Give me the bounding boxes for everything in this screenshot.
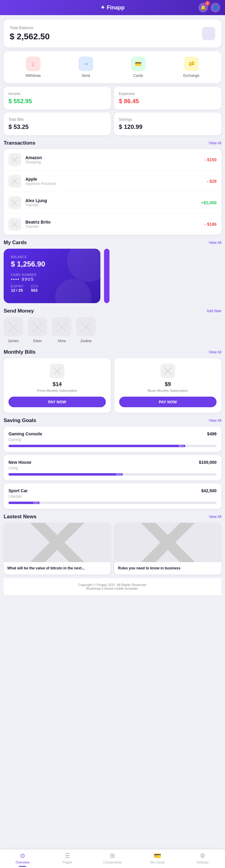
latest-news-section: Lastest News View All What will be the v…: [4, 514, 221, 575]
transaction-item: Apple Appstore Purchase - $29: [4, 170, 221, 192]
news-image-2: [114, 523, 221, 562]
balance-icon-box: [202, 27, 215, 40]
apple-name: Apple: [25, 177, 207, 182]
bill-prime: $14 Prime Monthly Subscription PAY NOW: [4, 358, 111, 413]
expiry-label: EXPIRY: [11, 285, 24, 288]
person-elwin[interactable]: Elwin: [28, 317, 47, 343]
saving-goals-header: Saving Goals View All: [4, 417, 221, 424]
send-money-title: Send Money: [4, 308, 34, 314]
alex-sub: Transfer: [25, 203, 201, 207]
exchange-button[interactable]: ⇄ Exchange: [183, 57, 199, 78]
my-cards-header: My Cards View All: [4, 240, 221, 246]
amazon-amount: - $150: [204, 157, 217, 162]
goal-gaming: Gaming Console $499 Gaming 85%: [4, 427, 221, 452]
transaction-list: Amazon Shopping - $150 Apple Appstore Pu…: [4, 149, 221, 235]
apple-icon: [8, 175, 21, 188]
avatar[interactable]: 👤: [211, 3, 220, 12]
card-carousel[interactable]: BALANCE $ 1,256.90 CARD NUMBER •••• 9905…: [4, 249, 221, 303]
income-value: $ 552.95: [8, 98, 106, 105]
news-title-1: What will be the value of bitcoin in the…: [7, 566, 107, 571]
send-money-add-new[interactable]: Add New: [206, 309, 221, 313]
goal-gaming-target: $499: [207, 431, 217, 436]
goal-car-header: Sport Car $42,500: [8, 488, 217, 493]
withdraw-label: Withdraw: [26, 73, 41, 78]
person-alma[interactable]: Alma: [52, 317, 71, 343]
person-avatar-jurrien: [4, 317, 23, 336]
balance-card: Total Balance $ 2,562.50: [4, 19, 221, 48]
goal-house-target: $100,000: [199, 460, 217, 465]
balance-amount: $ 2,562.50: [10, 32, 50, 41]
actions-row: ↓ Withdraw → Send 💳 Cards ⇄ Exchange: [4, 51, 221, 83]
my-cards-view-all[interactable]: View All: [209, 241, 221, 245]
bill-prime-pay-button[interactable]: PAY NOW: [8, 397, 106, 407]
stats-grid: Income $ 552.95 Expenses $ 86.45 Total B…: [4, 87, 221, 135]
income-label: Income: [8, 92, 106, 96]
amazon-icon: [8, 153, 21, 166]
saving-goals-section: Saving Goals View All Gaming Console $49…: [4, 417, 221, 509]
beatriz-info: Beatriz Brito Transfer: [25, 220, 204, 229]
amazon-info: Amazon Shopping: [25, 155, 204, 164]
goal-gaming-progress-bg: 85%: [8, 445, 217, 447]
person-avatar-alma: [52, 317, 71, 336]
total-bills-value: $ 53.25: [8, 123, 106, 130]
goal-car: Sport Car $42,500 Lifestyle 15%: [4, 484, 221, 509]
expenses-value: $ 86.45: [119, 98, 217, 105]
latest-news-title: Lastest News: [4, 514, 37, 520]
withdraw-icon: ↓: [26, 57, 40, 71]
credit-card[interactable]: BALANCE $ 1,256.90 CARD NUMBER •••• 9905…: [4, 249, 100, 303]
person-justine[interactable]: Justine: [76, 317, 96, 343]
alex-icon: [8, 196, 21, 209]
monthly-bills-title: Monthly Bills: [4, 349, 36, 355]
monthly-bills-view-all[interactable]: View All: [209, 350, 221, 354]
withdraw-button[interactable]: ↓ Withdraw: [26, 57, 41, 78]
bill-music-amount: $9: [119, 381, 217, 388]
expiry-value: 12 / 25: [11, 288, 24, 292]
beatriz-icon: [8, 218, 21, 230]
apple-amount: - $29: [207, 179, 217, 184]
news-image-1: [4, 523, 111, 562]
person-name-elwin: Elwin: [33, 339, 42, 343]
beatriz-amount: - $186: [204, 222, 217, 227]
card-number: •••• 9905: [11, 277, 93, 282]
send-button[interactable]: → Send: [78, 57, 93, 78]
goal-car-category: Lifestyle: [8, 494, 217, 499]
saving-goals-view-all[interactable]: View All: [209, 418, 221, 423]
news-grid: What will be the value of bitcoin in the…: [4, 523, 221, 575]
send-label: Send: [82, 73, 90, 78]
goal-house-header: New House $100,000: [8, 460, 217, 465]
notification-bell[interactable]: 🔔 4: [198, 3, 208, 12]
transactions-view-all[interactable]: View All: [209, 141, 221, 145]
transactions-section: Transactions View All Amazon Shopping - …: [4, 140, 221, 235]
cards-button[interactable]: 💳 Cards: [131, 57, 146, 78]
total-bills-card: Total Bills $ 53.25: [4, 113, 111, 135]
goal-house-category: Living: [8, 466, 217, 470]
footer: Copyright © Finapp 2021. All Rights Rese…: [4, 578, 221, 595]
goal-house-progress-bg: 55%: [8, 473, 217, 475]
expenses-label: Expenses: [119, 92, 217, 96]
news-card-1[interactable]: What will be the value of bitcoin in the…: [4, 523, 111, 575]
beatriz-sub: Transfer: [25, 224, 204, 229]
goal-car-progress-fill: 15%: [8, 502, 40, 504]
my-cards-title: My Cards: [4, 240, 27, 246]
bill-prime-amount: $14: [8, 381, 106, 388]
person-avatar-elwin: [28, 317, 47, 336]
bill-prime-icon: [50, 364, 64, 378]
bill-prime-name: Prime Monthly Subscription: [8, 389, 106, 393]
news-card-2[interactable]: Rules you need to know in business: [114, 523, 221, 575]
beatriz-name: Beatriz Brito: [25, 220, 204, 224]
transaction-item: Beatriz Brito Transfer - $186: [4, 214, 221, 235]
app-header: ✦ Finapp 🔔 4 👤: [0, 0, 225, 15]
app-logo: ✦ Finapp: [100, 4, 125, 11]
exchange-label: Exchange: [183, 73, 199, 78]
person-name-jurrien: Jurrien: [8, 339, 19, 343]
latest-news-view-all[interactable]: View All: [209, 515, 221, 519]
person-jurrien[interactable]: Jurrien: [4, 317, 23, 343]
transaction-item: Alex Ljung Transfer +$1,000: [4, 192, 221, 214]
goal-gaming-category: Gaming: [8, 437, 217, 442]
bill-music-pay-button[interactable]: PAY NOW: [119, 397, 217, 407]
transaction-item: Amazon Shopping - $150: [4, 149, 221, 170]
savings-card: Savings $ 120.99: [114, 113, 221, 135]
cards-icon: 💳: [131, 57, 146, 71]
goal-car-progress-bg: 15%: [8, 502, 217, 504]
goal-gaming-progress-fill: 85%: [8, 445, 185, 447]
